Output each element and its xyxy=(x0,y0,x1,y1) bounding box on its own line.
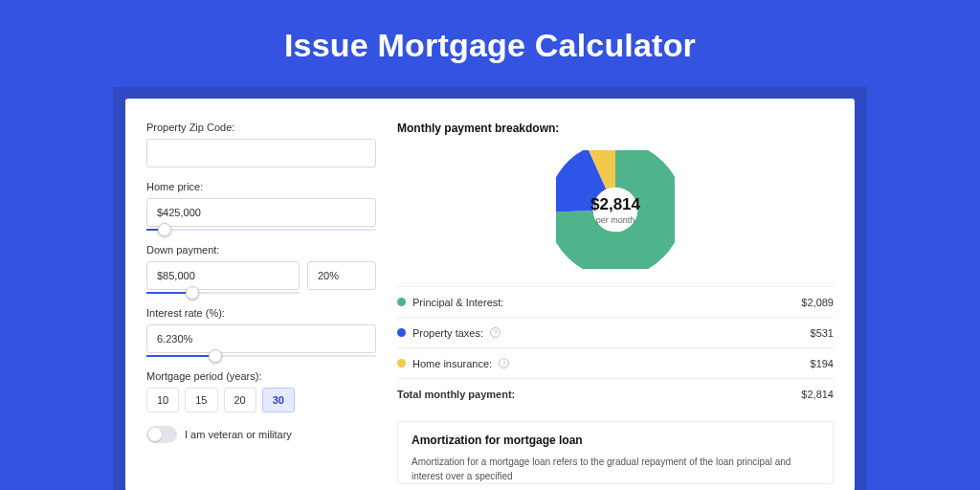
form-panel: Property Zip Code: Home price: Down paym… xyxy=(146,122,376,490)
legend-swatch xyxy=(397,298,406,306)
legend-label: Principal & Interest: xyxy=(412,297,503,308)
period-options: 10152030 xyxy=(146,388,376,412)
down-payment-group: Down payment: xyxy=(146,244,376,294)
veteran-toggle[interactable] xyxy=(146,426,177,443)
interest-label: Interest rate (%): xyxy=(146,307,376,319)
home-price-input[interactable] xyxy=(146,198,376,227)
legend-value: $531 xyxy=(811,327,834,339)
legend-row: Home insurance:?$194 xyxy=(397,348,834,379)
calculator-card: Property Zip Code: Home price: Down paym… xyxy=(125,99,855,490)
home-price-group: Home price: xyxy=(146,181,376,231)
legend-row: Property taxes:?$531 xyxy=(397,318,834,348)
period-option-20[interactable]: 20 xyxy=(224,388,256,412)
interest-group: Interest rate (%): xyxy=(146,307,376,357)
veteran-row: I am veteran or military xyxy=(146,426,376,443)
legend-total-row: Total monthly payment:$2,814 xyxy=(397,379,834,410)
legend-value: $194 xyxy=(811,358,834,369)
legend: Principal & Interest:$2,089Property taxe… xyxy=(397,286,834,410)
amortization-box: Amortization for mortgage loan Amortizat… xyxy=(397,421,834,484)
legend-row: Principal & Interest:$2,089 xyxy=(397,287,834,318)
down-payment-slider[interactable] xyxy=(146,292,300,294)
amortization-text: Amortization for a mortgage loan refers … xyxy=(412,455,819,483)
amortization-title: Amortization for mortgage loan xyxy=(412,434,819,447)
donut-center-label: per month xyxy=(596,215,635,225)
donut-center: $2,814 per month xyxy=(556,150,675,269)
legend-swatch xyxy=(397,328,406,337)
interest-slider-thumb[interactable] xyxy=(209,349,222,363)
legend-total-value: $2,814 xyxy=(801,389,834,400)
home-price-label: Home price: xyxy=(146,181,376,192)
home-price-slider-thumb[interactable] xyxy=(158,223,171,236)
legend-row-left: Property taxes:? xyxy=(397,327,501,339)
veteran-label: I am veteran or military xyxy=(185,429,292,440)
breakdown-title: Monthly payment breakdown: xyxy=(397,122,834,135)
zip-label: Property Zip Code: xyxy=(146,122,376,133)
card-backplate: Property Zip Code: Home price: Down paym… xyxy=(113,87,867,490)
down-payment-label: Down payment: xyxy=(146,244,376,256)
period-option-30[interactable]: 30 xyxy=(262,388,295,412)
zip-input[interactable] xyxy=(146,139,376,167)
home-price-slider[interactable] xyxy=(146,229,376,231)
legend-swatch xyxy=(397,359,406,368)
legend-total-label: Total monthly payment: xyxy=(397,389,515,400)
period-label: Mortgage period (years): xyxy=(146,370,376,382)
donut-chart-wrap: $2,814 per month xyxy=(397,145,834,286)
legend-value: $2,089 xyxy=(801,297,834,308)
interest-slider[interactable] xyxy=(146,355,376,357)
down-payment-input[interactable] xyxy=(146,261,300,290)
info-icon[interactable]: ? xyxy=(490,327,501,338)
page-title: Issue Mortgage Calculator xyxy=(0,0,980,87)
breakdown-panel: Monthly payment breakdown: $2,814 per mo… xyxy=(397,122,834,490)
donut-center-value: $2,814 xyxy=(590,195,640,214)
period-group: Mortgage period (years): 10152030 xyxy=(146,370,376,412)
info-icon[interactable]: ? xyxy=(499,358,509,368)
legend-row-left: Principal & Interest: xyxy=(397,297,503,308)
legend-row-left: Home insurance:? xyxy=(397,358,509,369)
zip-group: Property Zip Code: xyxy=(146,122,376,167)
legend-label: Home insurance: xyxy=(412,358,492,369)
down-payment-pct-input[interactable] xyxy=(307,261,376,290)
down-payment-slider-thumb[interactable] xyxy=(186,286,199,300)
interest-slider-fill xyxy=(146,355,215,357)
legend-label: Property taxes: xyxy=(412,327,483,339)
interest-input[interactable] xyxy=(146,324,376,353)
donut-chart: $2,814 per month xyxy=(556,150,675,269)
period-option-15[interactable]: 15 xyxy=(185,388,217,412)
period-option-10[interactable]: 10 xyxy=(146,388,179,412)
